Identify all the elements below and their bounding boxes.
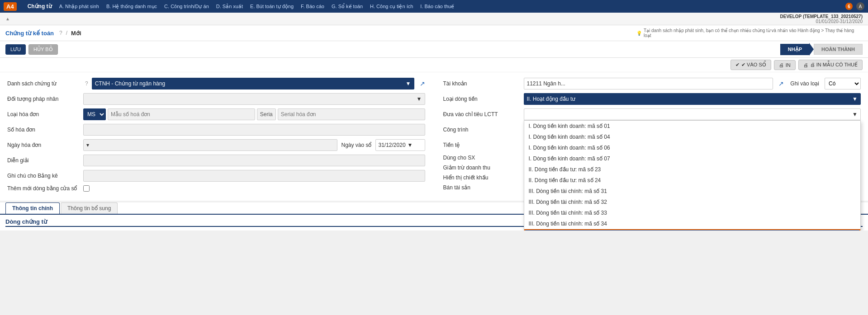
hien-thi-ck-label: Hiển thị chiết khấu	[443, 174, 520, 181]
loai-dong-tien-label: Loại dòng tiền	[443, 96, 520, 102]
lctt-item-5[interactable]: II. Dòng tiền đầu tư: mã số 24	[524, 175, 861, 186]
dung-cho-sx-label: Dùng cho SX	[443, 155, 520, 161]
lctt-item-2[interactable]: I. Dòng tiền kinh doanh: mã số 06	[524, 142, 861, 153]
lctt-item-1[interactable]: I. Dòng tiền kinh doanh: mã số 04	[524, 132, 861, 142]
save-button[interactable]: LƯU	[5, 44, 26, 55]
lctt-item-0[interactable]: I. Dòng tiền kinh doanh: mã số 01	[524, 121, 861, 132]
tai-khoan-label: Tài khoản	[443, 80, 520, 87]
loai-dong-tien-select[interactable]: II. Hoạt động đầu tư ▼	[524, 93, 861, 105]
lctt-item-8[interactable]: III. Dòng tiền tài chính: mã số 33	[524, 207, 861, 218]
user-avatar[interactable]: A	[856, 2, 864, 10]
action-row: ✔ ✔ VÀO SỔ 🖨 IN 🖨 🖨 IN MẪU CÓ THUẾ	[0, 58, 868, 72]
doi-tuong-label: Đối tượng pháp nhân	[7, 96, 80, 102]
nav-bao-cao-thue[interactable]: I. Báo cáo thuế	[420, 4, 454, 9]
notification-badge[interactable]: 6	[845, 3, 853, 10]
top-nav: A4 Chứng từ A. Nhập phát sinh B. Hệ thốn…	[0, 0, 868, 13]
danh-sach-dropdown-icon: ▼	[406, 80, 411, 87]
danh-sach-select[interactable]: CTNH - Chứng từ ngân hàng ▼	[92, 78, 414, 89]
them-moi-checkbox[interactable]	[83, 185, 90, 192]
lctt-item-10[interactable]: Mã số 61	[524, 229, 861, 230]
ghi-chu-label: Ghi chú cho Bảng kê	[7, 173, 80, 179]
danh-sach-value: CTNH - Chứng từ ngân hàng	[95, 80, 165, 87]
dev-info: DEVELOP (TEMPLATE_133_20210527)	[780, 14, 863, 19]
tai-khoan-input[interactable]: 11211 Ngân h...	[524, 78, 773, 89]
form-right: Tài khoản 11211 Ngân h... ↗ Ghi vào loại…	[443, 78, 861, 195]
ngay-vao-so-arrow: ▼	[408, 142, 413, 148]
ghi-chu-input[interactable]	[83, 170, 425, 182]
danh-sach-help-icon[interactable]: ?	[85, 80, 88, 87]
nav-he-thong-danh-muc[interactable]: B. Hệ thống danh mục	[106, 4, 157, 9]
nav-but-toan[interactable]: E. Bút toán tự động	[250, 4, 294, 9]
breadcrumb-sep: /	[66, 30, 67, 36]
sub-header-right: DEVELOP (TEMPLATE_133_20210527) 01/01/20…	[780, 14, 863, 24]
them-moi-label: Thêm mới dòng bằng cửa sổ	[7, 185, 80, 192]
step-nhap[interactable]: NHẬP	[780, 44, 810, 55]
loai-hoa-don-group: MS	[83, 108, 425, 120]
serial-label-input	[257, 108, 276, 120]
loai-dong-tien-arrow: ▼	[852, 96, 858, 102]
nav-cong-cu[interactable]: H. Công cụ tiện ích	[370, 4, 413, 9]
lctt-item-3[interactable]: I. Dòng tiền kinh doanh: mã số 07	[524, 153, 861, 164]
lctt-item-6[interactable]: III. Dòng tiền tài chính: mã số 31	[524, 186, 861, 197]
app-logo: A4	[4, 2, 17, 11]
calendar-icon: ▾	[86, 142, 89, 148]
tai-khoan-ext-icon[interactable]: ↗	[778, 80, 784, 87]
danh-sach-label: Danh sách chứng từ	[7, 80, 80, 87]
ext-link-icon[interactable]: ↗	[420, 80, 425, 87]
tip-bar: 💡 Tại danh sách nhập phát sinh, bạn có t…	[636, 28, 863, 38]
lctt-dropdown: I. Dòng tiền kinh doanh: mã số 01 I. Dòn…	[524, 120, 861, 230]
tip-icon: 💡	[636, 31, 642, 36]
form-left: Danh sách chứng từ ? CTNH - Chứng từ ngâ…	[7, 78, 425, 195]
tab-thong-tin-chinh[interactable]: Thông tin chính	[5, 202, 60, 214]
print2-icon: 🖨	[803, 62, 808, 68]
nav-cong-trinh[interactable]: C. Công trình/Dự án	[164, 4, 209, 9]
ngay-vao-so-input[interactable]: 31/12/2020 ▼	[375, 139, 425, 151]
breadcrumb-link[interactable]: Chứng từ kế toán	[5, 30, 54, 37]
loai-dong-tien-value: II. Hoạt động đầu tư	[527, 96, 576, 102]
ngay-hoa-don-input[interactable]: ▾	[83, 139, 337, 151]
dien-giai-input[interactable]	[83, 155, 425, 166]
nav-so-ke-toan[interactable]: G. Sổ kế toán	[332, 4, 363, 9]
tab-thong-tin-bo-sung[interactable]: Thông tin bổ sung	[61, 202, 118, 214]
vao-so-label: ✔ VÀO SỔ	[741, 62, 766, 68]
nav-nhap-phat-sinh[interactable]: A. Nhập phát sinh	[59, 4, 99, 9]
form-grid: Danh sách chứng từ ? CTNH - Chứng từ ngâ…	[7, 78, 861, 195]
in-mau-co-thue-button[interactable]: 🖨 🖨 IN MẪU CÓ THUẾ	[798, 60, 863, 70]
tai-khoan-row: Tài khoản 11211 Ngân h... ↗ Ghi vào loại…	[443, 78, 861, 89]
lctt-item-4[interactable]: II. Dòng tiền đầu tư: mã số 23	[524, 164, 861, 175]
dua-vao-label: Đưa vào chỉ tiêu LCTT	[443, 111, 520, 118]
mau-so-hoa-don-input[interactable]	[108, 108, 255, 120]
loai-hoa-don-ms-select[interactable]: MS	[83, 108, 106, 120]
page-title: Mới	[71, 30, 81, 37]
in-label: IN	[786, 62, 791, 68]
so-hoa-don-input[interactable]	[83, 124, 425, 136]
in-button[interactable]: 🖨 IN	[774, 60, 796, 70]
doi-tuong-select[interactable]: ▼	[83, 93, 425, 105]
step-hoan-thanh[interactable]: HOÀN THÀNH	[814, 44, 863, 55]
nav-san-xuat[interactable]: D. Sản xuất	[216, 4, 243, 9]
app-title: Chứng từ	[28, 3, 52, 9]
date-range: 01/01/2020-31/12/2020	[780, 19, 863, 24]
ngay-vao-so-value: 31/12/2020	[379, 142, 406, 148]
help-icon[interactable]: ?	[59, 30, 62, 36]
cancel-button[interactable]: HỦY BỎ	[28, 44, 57, 55]
nav-bao-cao[interactable]: F. Báo cáo	[301, 4, 324, 9]
loai-dong-tien-row: Loại dòng tiền II. Hoạt động đầu tư ▼	[443, 93, 861, 105]
ban-tai-san-label: Bán tài sản	[443, 184, 520, 191]
lctt-item-9[interactable]: III. Dòng tiền tài chính: mã số 34	[524, 218, 861, 229]
ghi-chu-row: Ghi chú cho Bảng kê	[7, 170, 425, 182]
vao-so-button[interactable]: ✔ ✔ VÀO SỔ	[730, 60, 771, 70]
co-select[interactable]: Có Nợ	[825, 78, 861, 89]
page-header: Chứng từ kế toán ? / Mới 💡 Tại danh sách…	[0, 25, 868, 41]
ngay-vao-so-label: Ngày vào sổ	[341, 142, 371, 148]
in-mau-co-thue-label: 🖨 IN MẪU CÓ THUẾ	[810, 62, 858, 68]
serial-hoa-don-input[interactable]	[278, 108, 425, 120]
so-hoa-don-row: Số hóa đơn	[7, 124, 425, 136]
doi-tuong-arrow: ▼	[417, 96, 422, 102]
steps: NHẬP HOÀN THÀNH	[780, 43, 863, 56]
doi-tuong-row: Đối tượng pháp nhân ▼	[7, 93, 425, 105]
dua-vao-arrow: ▼	[852, 111, 858, 118]
lctt-item-7[interactable]: III. Dòng tiền tài chính: mã số 32	[524, 197, 861, 207]
step-arrow	[809, 43, 814, 56]
dua-vao-select[interactable]: ▼	[524, 108, 861, 120]
